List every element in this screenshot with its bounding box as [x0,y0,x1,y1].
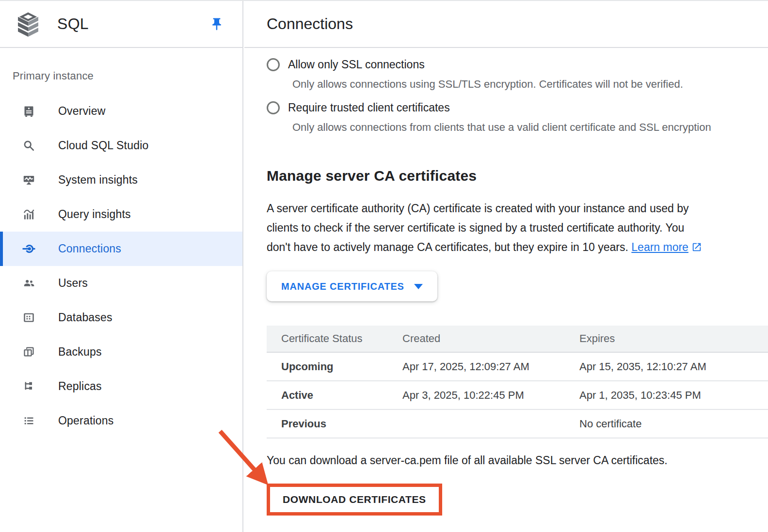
main-content: Allow only SSL connections Only allows c… [244,48,768,516]
sidebar-item-cloud-sql-studio[interactable]: Cloud SQL Studio [0,128,242,163]
open-in-new-icon[interactable] [691,242,702,252]
sidebar-item-label: Operations [58,414,114,427]
sidebar-item-overview[interactable]: Overview [0,94,242,128]
column-header-expires: Expires [579,332,768,345]
cert-status: Previous [267,418,402,430]
sidebar-item-label: System insights [58,173,138,187]
ssl-option-allow-only-ssl[interactable]: Allow only SSL connections [267,58,768,71]
radio-label[interactable]: Allow only SSL connections [288,58,425,71]
download-note: You can download a server-ca.pem file of… [267,454,768,467]
cert-expires: Apr 1, 2035, 10:23:45 PM [579,389,768,402]
input-icon [22,242,35,255]
ca-section-title: Manage server CA certificates [267,168,768,184]
chart-icon [22,208,35,221]
sidebar-item-label: Query insights [58,208,131,221]
sidebar-item-label: Backups [58,345,102,359]
main-panel: Connections Allow only SSL connections O… [244,1,768,532]
table-header-row: Certificate Status Created Expires [267,326,768,353]
body-line: A server certificate authority (CA) cert… [267,199,768,218]
sidebar: SQL Primary instance Overview [0,1,243,532]
sidebar-item-replicas[interactable]: Replicas [0,369,242,404]
annotation-highlight-box: DOWNLOAD CERTIFICATES [267,484,442,516]
radio-description: Only allows connections from clients tha… [292,121,768,134]
sidebar-item-label: Connections [58,242,121,255]
column-header-status: Certificate Status [267,332,402,345]
sidebar-item-system-insights[interactable]: System insights [0,163,242,197]
main-header: Connections [244,1,768,48]
people-icon [22,277,35,290]
radio-label[interactable]: Require trusted client certificates [288,101,450,114]
instance-icon [22,105,35,118]
monitor-icon [22,173,35,187]
sidebar-item-label: Cloud SQL Studio [58,139,148,152]
ssl-option-require-trusted-certs[interactable]: Require trusted client certificates [267,101,768,114]
sidebar-item-label: Databases [58,311,112,324]
dropdown-caret-icon [414,284,423,289]
radio-description: Only allows connections using SSL/TLS en… [292,78,768,91]
sidebar-item-label: Replicas [58,380,102,393]
certificates-table: Certificate Status Created Expires Upcom… [267,326,768,438]
cert-expires: Apr 15, 2035, 12:10:27 AM [579,360,768,373]
sidebar-item-label: Overview [58,105,105,118]
sidebar-item-operations[interactable]: Operations [0,404,242,438]
sidebar-nav: Overview Cloud SQL Studio [0,94,242,438]
table-row: Active Apr 3, 2025, 10:22:45 PM Apr 1, 2… [267,381,768,410]
grid-icon [22,311,35,324]
instance-section-label: Primary instance [13,70,242,82]
body-line: clients to check if the server certifica… [267,218,768,237]
column-header-created: Created [402,332,579,345]
list-icon [22,414,35,427]
tree-icon [22,380,35,393]
sidebar-item-databases[interactable]: Databases [0,300,242,335]
manage-certificates-label: MANAGE CERTIFICATES [281,281,404,292]
sidebar-item-connections[interactable]: Connections [0,232,242,266]
sidebar-item-users[interactable]: Users [0,266,242,300]
download-certificates-button[interactable]: DOWNLOAD CERTIFICATES [270,487,439,512]
manage-certificates-button[interactable]: MANAGE CERTIFICATES [267,271,437,301]
sidebar-item-query-insights[interactable]: Query insights [0,197,242,232]
windows-icon [22,345,35,359]
learn-more-link[interactable]: Learn more [631,241,688,253]
search-icon [22,139,35,152]
cert-created: Apr 3, 2025, 10:22:45 PM [402,389,579,402]
table-row: Previous No certificate [267,410,768,438]
body-line: don't have to actively manage CA certifi… [267,241,628,253]
cloud-sql-connections-page: SQL Primary instance Overview [0,0,768,532]
sidebar-header: SQL [0,1,242,48]
radio-button[interactable] [267,58,280,71]
pin-icon[interactable] [209,17,224,31]
ca-section-body: A server certificate authority (CA) cert… [267,199,768,257]
cloud-sql-logo-icon [15,10,42,38]
cert-expires: No certificate [579,418,768,430]
ssl-options-group: Allow only SSL connections Only allows c… [267,48,768,134]
table-row: Upcoming Apr 17, 2025, 12:09:27 AM Apr 1… [267,353,768,381]
product-title: SQL [57,15,89,33]
radio-button[interactable] [267,101,280,114]
cert-created: Apr 17, 2025, 12:09:27 AM [402,360,579,373]
page-title: Connections [267,15,353,33]
cert-status: Upcoming [267,360,402,373]
sidebar-item-backups[interactable]: Backups [0,335,242,369]
sidebar-item-label: Users [58,277,88,290]
cert-status: Active [267,389,402,402]
